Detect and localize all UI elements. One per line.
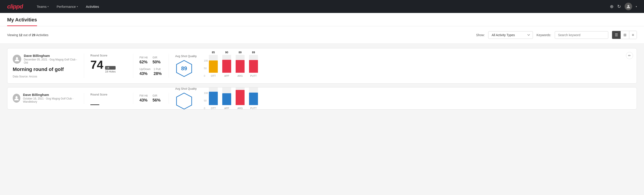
viewing-count-text: Viewing 12 out of 29 Activities [7, 33, 472, 37]
activity-type-select[interactable]: All Activity Types [488, 31, 533, 39]
quality-score: 89 [181, 65, 187, 72]
card-sub-stats: FW Hit 62% GIR 50% Up/Down 43% 1 Putt 28… [133, 54, 169, 78]
chart-bar-app: 90 APP [222, 51, 231, 77]
user-date-2: October 16, 2021 · Gog Magog Golf Club -… [23, 97, 78, 103]
avatar-2 [13, 94, 20, 103]
card-round-score: Round Score 74 +4 18 Holes [84, 54, 133, 78]
chevron-down-icon: ▾ [48, 5, 49, 8]
keywords-label: Keywords: [536, 33, 551, 37]
card-quality-2: Avg Shot Quality 100 50 0 94 [169, 93, 631, 104]
activity-title: Morning round of golf [13, 66, 78, 72]
user-row: Dave Billingham December 05, 2021 · Gog … [13, 54, 78, 64]
page-header: My Activities [0, 13, 644, 26]
shot-quality-chart-2: 100 50 0 94 OTT [202, 87, 625, 110]
card-round-score-2: Round Score [84, 93, 133, 104]
logo[interactable]: clippd [7, 3, 23, 10]
user-avatar[interactable] [624, 3, 632, 10]
view-toggle-buttons: ☰ ⊞ ≡ [612, 31, 637, 39]
chevron-down-icon: ▾ [77, 5, 78, 8]
avatar [13, 55, 21, 64]
activity-card-2: Dave Billingham October 16, 2021 · Gog M… [7, 87, 637, 110]
list-view-button[interactable]: ☰ [612, 31, 621, 39]
data-source: Data Source: Arccos [13, 75, 78, 78]
quality-hexagon-2 [175, 92, 193, 110]
navbar: clippd Teams ▾ Performance ▾ Activities … [0, 0, 644, 13]
fw-hit-stat: FW Hit 62% [140, 56, 150, 64]
svg-point-0 [628, 5, 629, 7]
chart-bar-ott-2: 94 OTT [209, 87, 218, 110]
nav-teams[interactable]: Teams ▾ [34, 3, 52, 10]
svg-marker-4 [176, 93, 192, 109]
edit-button[interactable]: ✏ [626, 52, 633, 59]
round-score-label: Round Score [90, 54, 127, 57]
refresh-icon[interactable]: ↻ [617, 4, 621, 9]
gir-stat: GIR 50% [153, 56, 163, 64]
grid-view-button[interactable]: ⊞ [621, 31, 629, 39]
fw-hit-stat-2: FW Hit 43% [140, 94, 150, 103]
shot-quality-chart: 100 50 0 85 OTT [202, 55, 625, 77]
holes-text: 18 Holes [105, 70, 116, 73]
chart-bar-app-2: 82 APP [222, 87, 231, 110]
activities-list: ✏ Dave Billingham December 05, 2021 · Go… [0, 44, 644, 114]
user-name-2: Dave Billingham [23, 93, 78, 96]
avg-shot-quality-label-2: Avg Shot Quality [175, 87, 197, 90]
svg-point-1 [16, 57, 18, 59]
score-diff: +4 [105, 66, 116, 70]
avg-shot-quality-label: Avg Shot Quality [175, 54, 197, 58]
updown-stat: Up/Down 43% [140, 68, 150, 76]
activity-card: ✏ Dave Billingham December 05, 2021 · Go… [7, 48, 637, 84]
chart-bar-ott: 85 OTT [209, 51, 218, 77]
oneputt-stat: 1 Putt 28% [154, 68, 162, 76]
quality-hexagon: 89 [175, 60, 193, 78]
user-name: Dave Billingham [24, 54, 78, 58]
round-score-label-2: Round Score [90, 93, 127, 96]
chevron-down-icon: ▾ [636, 5, 637, 8]
compact-view-button[interactable]: ≡ [629, 31, 637, 39]
page-title: My Activities [7, 13, 37, 26]
nav-right: ⊕ ↻ ▾ [610, 3, 637, 10]
svg-point-3 [16, 96, 18, 98]
card-quality: Avg Shot Quality 89 100 50 0 [169, 54, 631, 78]
card-left: Dave Billingham December 05, 2021 · Gog … [13, 54, 84, 78]
card-left-2: Dave Billingham October 16, 2021 · Gog M… [13, 93, 84, 104]
filter-bar: Viewing 12 out of 29 Activities Show: Al… [0, 26, 644, 44]
nav-items: Teams ▾ Performance ▾ Activities [34, 3, 610, 10]
score-value: 74 [90, 59, 103, 70]
chart-bar-arg: 89 ARG [236, 51, 244, 77]
user-date: December 05, 2021 · Gog Magog Golf Club … [24, 58, 78, 64]
show-label: Show: [476, 33, 485, 37]
gir-stat-2: GIR 56% [153, 94, 163, 103]
nav-activities[interactable]: Activities [83, 3, 102, 10]
chart-bar-arg-2: 106 ARG [236, 87, 244, 110]
keyword-search-input[interactable] [555, 31, 608, 39]
card-sub-stats-2: FW Hit 43% GIR 56% [133, 93, 169, 104]
user-row-2: Dave Billingham October 16, 2021 · Gog M… [13, 93, 78, 103]
add-icon[interactable]: ⊕ [610, 4, 614, 9]
nav-performance[interactable]: Performance ▾ [54, 3, 81, 10]
chart-bar-putt: 89 PUTT [249, 51, 258, 77]
chart-bar-putt-2: 87 PUTT [249, 87, 258, 110]
